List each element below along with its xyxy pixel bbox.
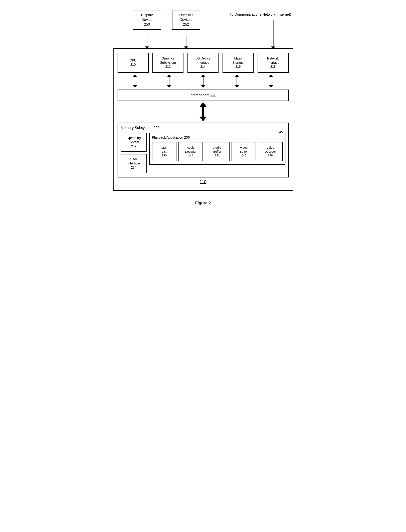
mass-storage-box: MassStorage 216 — [223, 53, 254, 73]
system-number: 110 — [200, 180, 206, 184]
interconnect-label: Interconnect — [189, 93, 210, 97]
big-shaft-1 — [202, 107, 204, 112]
cdn-number: 240 — [154, 153, 174, 157]
os-box: OperatingSystem 232 — [121, 133, 147, 152]
playback-app-box: Playback Application 236 245 CDNList 240… — [149, 133, 285, 165]
comm-network-text: To Communications Network (Internet) — [230, 12, 291, 17]
ui-label: UserInterface — [123, 157, 145, 166]
comm-network-label: To Communications Network (Internet) — [230, 12, 291, 17]
main-system-box: CPU 210 GraphicsSubsystem 212 I/O Device… — [113, 48, 293, 191]
playback-title: Playback Application 236 245 — [152, 136, 283, 140]
big-shaft-2 — [202, 112, 204, 117]
diagram-container: DisplayDevice 250 User I/ODevices 252 To… — [113, 8, 293, 205]
storage-arrow — [222, 74, 253, 88]
memory-number: 230 — [154, 126, 160, 130]
audio-decoder-label: AudioDecoder — [181, 146, 201, 153]
audio-buffer-number: 242 — [207, 153, 227, 157]
audio-decoder-number: 244 — [181, 153, 201, 157]
bracket-label: 245 — [278, 130, 283, 134]
video-decoder-number: 248 — [260, 153, 280, 157]
big-arrow-down — [199, 117, 207, 121]
cdn-list-box: CDNList 240 — [152, 142, 176, 161]
userio-label: User I/ODevices — [176, 13, 196, 22]
cpu-box: CPU 210 — [118, 53, 149, 73]
playback-inner: CDNList 240 AudioDecoder 244 AudioBuffer… — [152, 142, 283, 161]
graphics-box: GraphicsSubsystem 212 — [152, 53, 183, 73]
component-arrows-row — [118, 74, 289, 88]
audio-decoder-box: AudioDecoder 244 — [178, 142, 203, 161]
interconnect-number: 220 — [210, 93, 217, 97]
network-label: NetworkInterface — [267, 57, 279, 65]
graphics-label: GraphicsSubsystem — [160, 57, 176, 65]
mass-storage-number: 216 — [235, 65, 241, 69]
graphics-arrow — [153, 74, 184, 88]
big-arrow-up — [199, 102, 207, 107]
audio-buffer-box: AudioBuffer 242 — [205, 142, 229, 161]
os-number: 232 — [123, 144, 145, 149]
components-row: CPU 210 GraphicsSubsystem 212 I/O Device… — [118, 53, 289, 73]
interconnect-bar: Interconnect 220 — [118, 89, 289, 101]
svg-marker-1 — [145, 46, 149, 48]
figure-caption: Figure 2 — [113, 201, 293, 205]
memory-subsystem-box: Memory Subsystem 230 OperatingSystem 232… — [118, 123, 289, 177]
network-arrow — [256, 74, 287, 88]
cdn-label: CDNList — [154, 146, 174, 153]
memory-inner: OperatingSystem 232 UserInterface 234 Pl… — [121, 133, 285, 173]
video-buffer-box: VideoBuffer 246 — [232, 142, 256, 161]
userio-devices-box: User I/ODevices 252 — [172, 10, 200, 30]
video-decoder-box: VideoDecoder 248 — [258, 142, 283, 161]
ui-number: 234 — [123, 166, 145, 170]
video-buffer-label: VideoBuffer — [233, 146, 254, 153]
mass-storage-label: MassStorage — [232, 57, 244, 65]
display-device-label: DisplayDevice — [137, 13, 157, 22]
audio-buffer-label: AudioBuffer — [207, 146, 227, 153]
memory-left-col: OperatingSystem 232 UserInterface 234 — [121, 133, 147, 173]
video-buffer-number: 246 — [233, 153, 254, 157]
userio-number: 252 — [176, 22, 196, 27]
io-arrow — [188, 74, 218, 88]
memory-title: Memory Subsystem 230 — [121, 126, 285, 130]
network-number: 218 — [270, 65, 276, 69]
network-interface-box: NetworkInterface 218 — [258, 53, 289, 73]
display-device-number: 250 — [137, 22, 157, 27]
display-device-box: DisplayDevice 250 — [133, 10, 161, 30]
ui-box: UserInterface 234 — [121, 154, 147, 173]
video-decoder-label: VideoDecoder — [260, 146, 280, 153]
cpu-number: 210 — [130, 63, 136, 67]
io-label: I/O DeviceInterface — [196, 57, 210, 65]
svg-marker-3 — [184, 46, 188, 48]
io-interface-box: I/O DeviceInterface 214 — [188, 53, 218, 73]
top-area: DisplayDevice 250 User I/ODevices 252 To… — [113, 8, 293, 48]
svg-marker-5 — [271, 46, 275, 48]
interconnect-memory-arrow — [118, 102, 289, 121]
graphics-number: 212 — [165, 65, 171, 69]
system-label: 110 — [118, 180, 289, 184]
playback-number: 236 — [184, 136, 190, 139]
cpu-arrow — [120, 74, 151, 88]
os-label: OperatingSystem — [123, 136, 145, 144]
io-number: 214 — [200, 65, 206, 69]
cpu-label: CPU — [130, 58, 136, 63]
